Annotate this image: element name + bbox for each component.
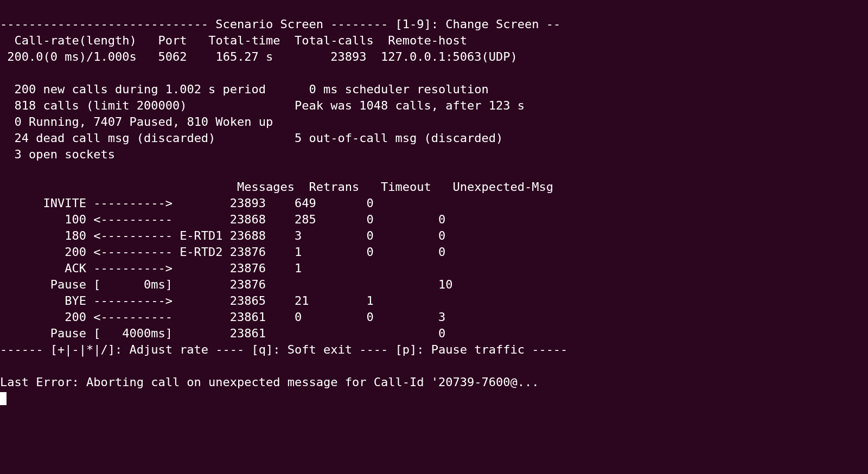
val-total-time: 165.27 s [215,50,273,63]
val-total-calls: 23893 [330,50,366,63]
stat-sockets: 3 open sockets [15,148,115,161]
val-call-rate: 200.0(0 ms)/1.000s [7,50,136,63]
last-error: Last Error: Aborting call on unexpected … [0,375,539,389]
hdr-retrans: Retrans [309,180,360,194]
col-total-time: Total-time [208,34,280,47]
col-call-rate: Call-rate(length) [15,34,137,47]
hdr-unexpected: Unexpected-Msg [453,180,553,194]
footer-controls: ------ [+|-|*|/]: Adjust rate ---- [q]: … [0,343,567,356]
stat-calls-limit: 818 calls (limit 200000) [15,99,187,112]
val-remote-host: 127.0.0.1:5063(UDP) [381,50,518,63]
stat-running: 0 Running, 7407 Paused, 810 Woken up [15,115,273,129]
stat-new-calls: 200 new calls during 1.002 s period [15,82,266,96]
hdr-messages: Messages [237,180,295,194]
header-line: ----------------------------- Scenario S… [0,17,560,31]
stat-peak: Peak was 1048 calls, after 123 s [295,99,525,112]
stat-dead-call: 24 dead call msg (discarded) [15,131,216,145]
hdr-timeout: Timeout [381,180,431,194]
stat-scheduler: 0 ms scheduler resolution [309,82,489,96]
table-final-pause: Pause [ 4000ms] 23861 0 [0,326,445,340]
val-port: 5062 [158,50,187,63]
col-remote-host: Remote-host [388,34,467,47]
col-port: Port [158,34,187,47]
col-total-calls: Total-calls [295,34,374,47]
cursor-block [0,392,7,405]
terminal-output: ----------------------------- Scenario S… [0,0,868,407]
stat-out-of-call: 5 out-of-call msg (discarded) [295,131,503,145]
